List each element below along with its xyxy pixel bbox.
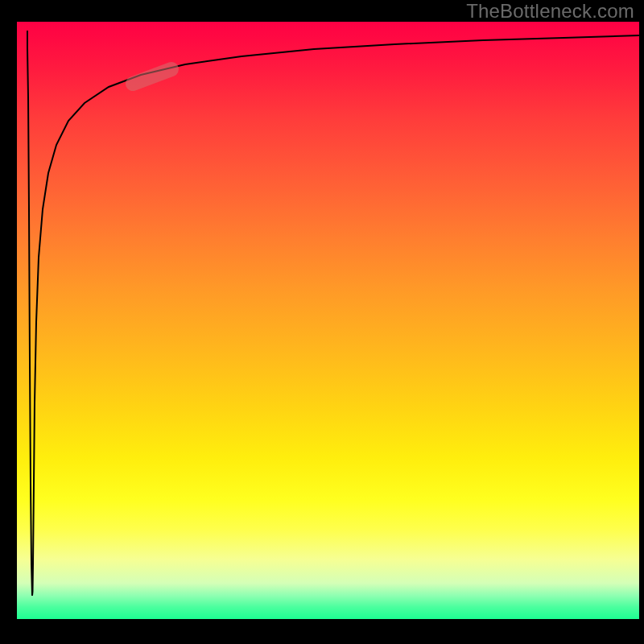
chart-container: TheBottleneck.com: [0, 0, 644, 644]
attribution-label: TheBottleneck.com: [466, 0, 634, 23]
y-axis-margin: [0, 0, 17, 644]
x-axis-margin: [0, 619, 644, 644]
plot-area: [17, 22, 639, 619]
